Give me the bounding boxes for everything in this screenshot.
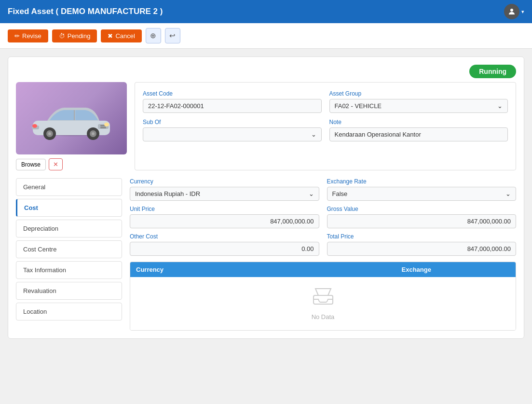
user-menu[interactable]: ▾ [504, 4, 524, 19]
currency-select[interactable]: Indonesia Rupiah - IDR ⌄ [130, 187, 319, 201]
status-badge: Running [469, 65, 516, 78]
note-label: Note [329, 119, 508, 125]
cost-panel: Currency Indonesia Rupiah - IDR ⌄ Exchan… [130, 178, 516, 331]
revise-button[interactable]: ✏ Revise [8, 29, 48, 42]
sidebar-tabs: General Cost Depreciation Cost Centre Ta… [16, 178, 122, 331]
asset-group-label: Asset Group [329, 90, 508, 97]
total-price-input[interactable] [327, 242, 517, 256]
exchange-rate-select[interactable]: False ⌄ [327, 187, 517, 201]
sub-of-select[interactable]: ⌄ [143, 127, 322, 141]
asset-image [16, 82, 127, 154]
main-content: Running [0, 49, 532, 347]
back-icon: ↩ [169, 31, 176, 40]
currency-table-header: Currency Exchange [130, 262, 516, 277]
cancel-label: Cancel [115, 32, 135, 40]
sidebar-item-revaluation[interactable]: Revaluation [16, 282, 122, 300]
image-controls: Browse ✕ [16, 158, 127, 170]
exchange-rate-label: Exchange Rate [327, 178, 517, 185]
asset-code-input[interactable] [143, 99, 322, 113]
sidebar-item-tax-information[interactable]: Tax Information [16, 261, 122, 279]
sidebar-item-depreciation-label: Depreciation [23, 225, 58, 232]
main-card: Running [8, 56, 524, 339]
unit-price-label: Unit Price [130, 206, 319, 212]
svg-point-14 [104, 123, 109, 126]
other-cost-input[interactable] [130, 242, 319, 256]
asset-form-fields: Asset Code Asset Group FA02 - VEHICLE ⌄ … [135, 82, 516, 170]
asset-image-section: Browse ✕ [16, 82, 127, 170]
sidebar-item-general-label: General [23, 183, 45, 191]
revise-icon: ✏ [14, 32, 20, 40]
exchange-col-header: Exchange [323, 266, 510, 273]
cancel-icon: ✖ [108, 32, 113, 40]
cost-row-3: Other Cost Total Price [130, 233, 516, 256]
exchange-rate-chevron-icon: ⌄ [505, 190, 511, 197]
total-price-group: Total Price [327, 233, 517, 256]
note-input[interactable] [329, 127, 508, 141]
total-price-label: Total Price [327, 233, 517, 240]
car-illustration [23, 89, 120, 147]
svg-point-10 [48, 132, 51, 135]
other-cost-group: Other Cost [130, 233, 319, 256]
back-button[interactable]: ↩ [165, 28, 180, 43]
unit-price-input[interactable] [130, 214, 319, 228]
asset-info-section: Browse ✕ Asset Code Asset Group FA02 - V… [16, 82, 516, 170]
revise-label: Revise [22, 32, 41, 40]
unit-price-group: Unit Price [130, 206, 319, 228]
svg-point-15 [32, 124, 37, 128]
svg-point-0 [510, 9, 513, 12]
sub-of-chevron-icon: ⌄ [311, 131, 316, 138]
sidebar-item-depreciation[interactable]: Depreciation [16, 220, 122, 237]
currency-col-header: Currency [136, 266, 323, 273]
other-cost-label: Other Cost [130, 233, 319, 240]
gross-value-input[interactable] [327, 214, 517, 228]
sidebar-item-cost-centre-label: Cost Centre [23, 246, 56, 253]
user-avatar [504, 4, 519, 19]
currency-label: Currency [130, 178, 319, 185]
pending-label: Pending [68, 32, 91, 40]
currency-group: Currency Indonesia Rupiah - IDR ⌄ [130, 178, 319, 201]
gross-value-group: Gross Value [327, 206, 517, 228]
cost-row-1: Currency Indonesia Rupiah - IDR ⌄ Exchan… [130, 178, 516, 201]
cost-row-2: Unit Price Gross Value [130, 206, 516, 228]
currency-chevron-icon: ⌄ [309, 190, 314, 197]
user-chevron-icon: ▾ [521, 9, 524, 15]
app-header: Fixed Asset ( DEMO MANUFACTURE 2 ) ▾ [0, 0, 532, 23]
sidebar-item-location-label: Location [23, 308, 47, 315]
sub-of-label: Sub Of [143, 119, 322, 125]
cancel-button[interactable]: ✖ Cancel [101, 29, 141, 42]
sidebar-item-location[interactable]: Location [16, 303, 122, 320]
sidebar-item-cost-centre[interactable]: Cost Centre [16, 240, 122, 258]
currency-table-body: No Data [130, 277, 516, 330]
sidebar-item-revaluation-label: Revaluation [23, 287, 56, 294]
add-button[interactable]: ⊕ [146, 28, 161, 43]
currency-value: Indonesia Rupiah - IDR [135, 190, 200, 197]
pending-button[interactable]: ⏱ Pending [52, 29, 97, 42]
asset-code-group: Asset Code [143, 90, 322, 113]
sidebar-item-general[interactable]: General [16, 178, 122, 196]
asset-group-chevron-icon: ⌄ [497, 102, 503, 110]
asset-group-select[interactable]: FA02 - VEHICLE ⌄ [329, 99, 508, 113]
note-group: Note [329, 119, 508, 141]
pending-icon: ⏱ [59, 32, 65, 40]
sidebar-item-tax-information-label: Tax Information [23, 266, 66, 274]
no-data-icon [312, 287, 335, 310]
sidebar-item-cost-label: Cost [24, 204, 38, 211]
page-title: Fixed Asset ( DEMO MANUFACTURE 2 ) [8, 7, 163, 16]
gross-value-label: Gross Value [327, 206, 517, 212]
bottom-section: General Cost Depreciation Cost Centre Ta… [16, 178, 516, 331]
add-icon: ⊕ [150, 31, 156, 40]
browse-button[interactable]: Browse [16, 159, 46, 170]
asset-code-label: Asset Code [143, 90, 322, 97]
svg-rect-6 [100, 127, 106, 128]
asset-group-group: Asset Group FA02 - VEHICLE ⌄ [329, 90, 508, 113]
currency-exchange-table: Currency Exchange No Data [130, 262, 516, 331]
exchange-rate-group: Exchange Rate False ⌄ [327, 178, 517, 201]
exchange-rate-value: False [332, 190, 348, 197]
svg-point-13 [92, 132, 95, 135]
remove-image-button[interactable]: ✕ [49, 158, 63, 170]
sidebar-item-cost[interactable]: Cost [16, 199, 122, 217]
form-row-2: Sub Of ⌄ Note [143, 119, 508, 141]
form-row-1: Asset Code Asset Group FA02 - VEHICLE ⌄ [143, 90, 508, 113]
toolbar: ✏ Revise ⏱ Pending ✖ Cancel ⊕ ↩ [0, 23, 532, 49]
sub-of-group: Sub Of ⌄ [143, 119, 322, 141]
